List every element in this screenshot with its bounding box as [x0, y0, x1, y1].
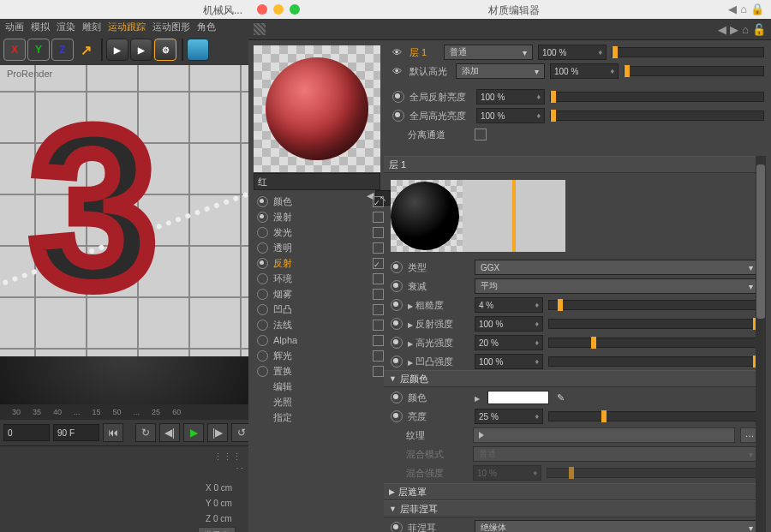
bumpstr-value[interactable]: 100 %♦	[475, 354, 543, 369]
channel-光照[interactable]: 光照	[254, 394, 389, 409]
layout-tab-simulate[interactable]: 模拟	[31, 21, 50, 33]
channel-凹凸[interactable]: 凹凸	[254, 302, 389, 317]
scrollbar-thumb[interactable]	[756, 164, 765, 319]
channel-checkbox[interactable]	[373, 289, 384, 300]
color-expand-icon[interactable]	[475, 392, 482, 403]
current-frame-input[interactable]	[53, 424, 99, 441]
axis-x-button[interactable]: X	[3, 39, 26, 61]
channel-radio[interactable]	[257, 320, 268, 331]
global-refl-radio[interactable]	[392, 91, 404, 103]
channel-radio[interactable]	[257, 196, 268, 207]
channel-透明[interactable]: 透明	[254, 240, 389, 255]
channel-Alpha[interactable]: Alpha	[254, 332, 389, 348]
bright-value[interactable]: 25 %♦	[475, 409, 543, 424]
layer-blend-value[interactable]: 100 %♦	[538, 45, 607, 60]
fresnel-radio[interactable]	[391, 522, 403, 532]
section-layer-mask[interactable]: ▶层遮罩	[384, 483, 766, 500]
bumpstr-radio[interactable]	[391, 356, 403, 368]
layout-tab-tracking[interactable]: 运动跟踪	[108, 21, 146, 33]
layer1-tab[interactable]: 层 1	[409, 46, 439, 59]
global-spec-slider[interactable]	[550, 111, 764, 121]
texture-picker[interactable]	[473, 427, 735, 443]
coord-system-button[interactable]: ↗	[75, 39, 96, 60]
channel-checkbox[interactable]	[373, 227, 384, 238]
timeline-ruler[interactable]: 30 35 40 ... 15 50 ... 25 60	[0, 404, 248, 420]
global-spec-radio[interactable]	[392, 110, 404, 122]
lock-icon[interactable]: 🔓	[752, 23, 766, 36]
layer-blend-mode[interactable]: 普通▾	[444, 45, 533, 60]
add-primitive-button[interactable]	[187, 39, 209, 61]
axis-y-button[interactable]: Y	[27, 39, 50, 61]
panel-grip-icon[interactable]: ⋮⋮⋮	[213, 451, 242, 463]
world-coord-button[interactable]: 世界坐	[198, 527, 236, 532]
refl-radio[interactable]	[391, 318, 403, 330]
channel-radio[interactable]	[257, 273, 268, 284]
atten-dropdown[interactable]: 平均▾	[475, 278, 759, 294]
section-layer-color[interactable]: ▼层颜色	[384, 370, 766, 387]
type-dropdown[interactable]: GGX▾	[475, 260, 759, 275]
layout-tab-animation[interactable]: 动画	[5, 21, 24, 33]
layout-tab-mograph[interactable]: 运动图形	[152, 21, 190, 33]
separate-channel-checkbox[interactable]	[475, 129, 487, 140]
color-swatch[interactable]	[487, 391, 549, 404]
bumpstr-slider[interactable]	[548, 356, 759, 367]
rough-value[interactable]: 4 %♦	[475, 297, 543, 313]
channel-烟雾[interactable]: 烟雾	[254, 286, 389, 302]
channel-radio[interactable]	[257, 258, 268, 269]
refl-value[interactable]: 100 %♦	[475, 316, 543, 332]
channel-checkbox[interactable]	[373, 304, 384, 315]
channel-checkbox[interactable]	[373, 212, 384, 223]
reveal-icon[interactable]: 👁	[392, 47, 404, 57]
channel-checkbox[interactable]	[373, 350, 384, 362]
fresnel-dropdown[interactable]: 绝缘体▾	[475, 520, 759, 532]
nav-fwd-icon[interactable]: ▶	[730, 23, 738, 36]
zoom-window-icon[interactable]	[290, 4, 300, 15]
specstr-radio[interactable]	[391, 337, 403, 349]
channel-环境[interactable]: 环境	[254, 271, 389, 286]
render-pv-button[interactable]: ▶	[130, 39, 152, 61]
channel-checkbox[interactable]	[373, 258, 384, 269]
channel-radio[interactable]	[257, 304, 268, 315]
nav-back-icon[interactable]: ◀	[728, 3, 737, 15]
step-back-loop-button[interactable]: ↻	[135, 423, 156, 442]
panel-drag-icon[interactable]	[254, 23, 266, 35]
specstr-slider[interactable]	[548, 338, 759, 348]
spec-blend-value[interactable]: 100 %♦	[550, 63, 619, 79]
type-radio[interactable]	[391, 261, 403, 273]
channel-颜色[interactable]: 颜色	[254, 194, 389, 209]
render-view-button[interactable]: ▶	[106, 39, 128, 61]
channel-反射[interactable]: 反射	[254, 255, 389, 271]
section-layer-fresnel[interactable]: ▼层菲涅耳	[384, 500, 766, 517]
bright-radio[interactable]	[391, 410, 403, 422]
specstr-value[interactable]: 20 %♦	[475, 335, 543, 350]
refl-slider[interactable]	[548, 319, 759, 329]
channel-radio[interactable]	[257, 289, 268, 300]
channel-法线[interactable]: 法线	[254, 317, 389, 332]
eyedropper-icon[interactable]: ✎	[554, 392, 566, 403]
nav-back-icon[interactable]: ◀	[718, 23, 726, 36]
channel-radio[interactable]	[257, 212, 268, 223]
channel-辉光[interactable]: 辉光	[254, 348, 389, 363]
channel-radio[interactable]	[257, 366, 268, 377]
channel-radio[interactable]	[257, 350, 268, 362]
channel-checkbox[interactable]	[373, 335, 384, 346]
channel-发光[interactable]: 发光	[254, 224, 389, 240]
play-button[interactable]: ▶	[183, 423, 204, 442]
reveal-icon[interactable]: 👁	[392, 66, 404, 76]
close-window-icon[interactable]	[257, 4, 267, 15]
channel-checkbox[interactable]	[373, 196, 384, 207]
global-spec-value[interactable]: 100 %♦	[476, 108, 545, 123]
section-layer1[interactable]: 层 1	[384, 156, 766, 173]
channel-radio[interactable]	[257, 335, 268, 346]
render-settings-button[interactable]: ⚙	[154, 39, 176, 61]
material-scrollbar[interactable]	[756, 156, 766, 532]
channel-漫射[interactable]: 漫射	[254, 209, 389, 224]
nav-home-icon[interactable]: ⌂	[742, 23, 749, 36]
spec-blend-slider[interactable]	[624, 66, 764, 76]
channel-checkbox[interactable]	[373, 320, 384, 331]
rough-slider[interactable]	[548, 300, 759, 310]
channel-radio[interactable]	[257, 242, 268, 254]
axis-z-button[interactable]: Z	[51, 39, 74, 61]
lock-icon[interactable]: 🔒	[750, 3, 764, 15]
material-name-input[interactable]	[254, 173, 380, 190]
